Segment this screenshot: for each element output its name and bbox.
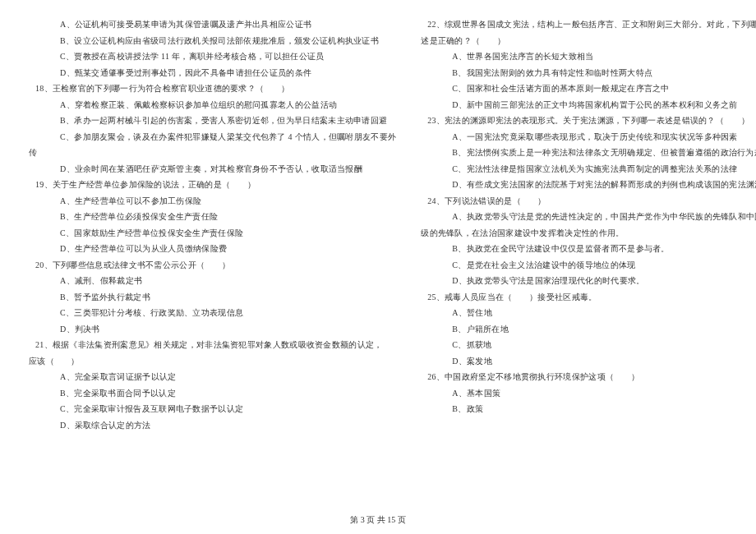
option-line: A、一国宪法究竟采取哪些表现形式，取决于历史传统和现实状况等多种因素: [421, 129, 756, 145]
option-line: C、完全采取审计报告及互联网电子数据予以认定: [29, 401, 396, 417]
question-line: 21、根据《非法集资刑案意见》相关规定，对非法集资犯罪对象人数或吸收资金数额的认…: [29, 337, 396, 353]
option-line: C、抓获地: [421, 337, 756, 353]
option-line: B、生产经营单位必须投保安全生产责任险: [29, 209, 396, 225]
option-line: D、新中国前三部宪法的正文中均将国家机构置于公民的基本权利和义务之前: [421, 97, 756, 113]
option-line: C、参加朋友聚会，谈及在办案件犯罪嫌疑人梁某交代包养了 4 个情人，但嘱咐朋友不…: [29, 129, 396, 145]
option-line: A、生产经营单位可以不参加工伤保险: [29, 193, 396, 209]
question-line: 23、宪法的渊源即宪法的表现形式。关于宪法渊源，下列哪一表述是错误的？（ ）: [421, 113, 756, 129]
option-line: B、户籍所在地: [421, 321, 756, 338]
continuation-line: 应该（ ）: [29, 353, 396, 370]
question-line: 24、下列说法错误的是（ ）: [421, 193, 756, 209]
option-line: C、国家鼓励生产经营单位投保安全生产责任保险: [29, 225, 396, 242]
option-line: A、减刑、假释裁定书: [29, 273, 396, 289]
option-line: A、执政党带头守法是党的先进性决定的，中国共产党作为中华民族的先锋队和中国工人阶: [421, 209, 756, 225]
question-line: 19、关于生产经营单位参加保险的说法，正确的是（ ）: [29, 177, 396, 193]
question-line: 25、戒毒人员应当在（ ）接受社区戒毒。: [421, 289, 756, 306]
option-line: D、判决书: [29, 321, 396, 338]
option-line: C、三类罪犯计分考核、行政奖励、立功表现信息: [29, 305, 396, 321]
two-column-layout: A、公证机构可接受易某申请为其保管遗嘱及遗产并出具相应公证书B、设立公证机构应由…: [29, 16, 727, 501]
option-line: A、暂住地: [421, 305, 756, 321]
question-line: 18、王检察官的下列哪一行为符合检察官职业道德的要求？（ ）: [29, 81, 396, 97]
continuation-line: 述是正确的？（ ）: [421, 33, 756, 49]
option-line: D、采取综合认定的方法: [29, 417, 396, 434]
continuation-line: 级的先锋队，在法治国家建设中发挥着决定性的作用。: [421, 225, 756, 242]
option-line: C、是党在社会主义法治建设中的领导地位的体现: [421, 257, 756, 274]
page-footer: 第 3 页 共 15 页: [0, 514, 756, 526]
option-line: B、我国宪法附则的效力具有特定性和临时性两大特点: [421, 65, 756, 81]
left-column: A、公证机构可接受易某申请为其保管遗嘱及遗产并出具相应公证书B、设立公证机构应由…: [29, 16, 396, 501]
option-line: D、业余时间在某酒吧任萨克斯管主奏，对其检察官身份不予否认，收取适当报酬: [29, 161, 396, 177]
option-line: A、世界各国宪法序言的长短大致相当: [421, 48, 756, 65]
option-line: D、生产经营单位可以为从业人员缴纳保险费: [29, 241, 396, 257]
option-line: D、甄某交通肇事受过刑事处罚，因此不具备申请担任公证员的条件: [29, 65, 396, 81]
option-line: D、案发地: [421, 353, 756, 370]
option-line: B、暂予监外执行裁定书: [29, 289, 396, 306]
right-column: 22、综观世界各国成文宪法，结构上一般包括序言、正文和附则三大部分。对此，下列哪…: [421, 16, 756, 501]
option-line: A、穿着检察正装、佩戴检察标识参加单位组织的慰问孤寡老人的公益活动: [29, 97, 396, 113]
question-line: 22、综观世界各国成文宪法，结构上一般包括序言、正文和附则三大部分。对此，下列哪…: [421, 16, 756, 33]
option-line: A、完全采取言词证据予以认定: [29, 369, 396, 385]
option-line: B、完全采取书面合同予以认定: [29, 385, 396, 402]
option-line: D、执政党带头守法是国家治理现代化的时代要求。: [421, 273, 756, 289]
option-line: B、宪法惯例实质上是一种宪法和法律条文无明确规定、但被普遍遵循的政治行为规范: [421, 145, 756, 161]
option-line: C、宪法性法律是指国家立法机关为实施宪法典而制定的调整宪法关系的法律: [421, 161, 756, 177]
option-line: B、政策: [421, 401, 756, 417]
option-line: B、设立公证机构应由省级司法行政机关报司法部依规批准后，颁发公证机构执业证书: [29, 33, 396, 49]
option-line: C、贾教授在高校讲授法学 11 年，离职并经考核合格，可以担任公证员: [29, 48, 396, 65]
option-line: D、有些成文宪法国家的法院基于对宪法的解释而形成的判例也构成该国的宪法渊源: [421, 177, 756, 193]
continuation-line: 传: [29, 145, 396, 161]
question-line: 26、中国政府坚定不移地贯彻执行环境保护这项（ ）: [421, 369, 756, 385]
option-line: C、国家和社会生活诸方面的基本原则一般规定在序言之中: [421, 81, 756, 97]
option-line: A、基本国策: [421, 385, 756, 402]
option-line: B、执政党在全民守法建设中仅仅是监督者而不是参与者。: [421, 241, 756, 257]
option-line: A、公证机构可接受易某申请为其保管遗嘱及遗产并出具相应公证书: [29, 16, 396, 33]
question-line: 20、下列哪些信息或法律文书不需公示公开（ ）: [29, 257, 396, 274]
option-line: B、承办一起两村械斗引起的伤害案，受害人系密切近邻，但为早日结案未主动申请回避: [29, 113, 396, 129]
